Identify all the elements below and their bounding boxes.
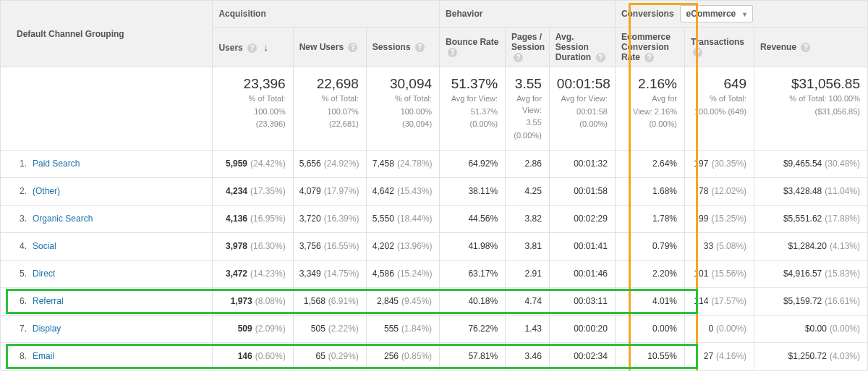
- row-new-users: 3,720(16.39%): [293, 205, 366, 232]
- row-bounce: 64.92%: [440, 150, 506, 177]
- row-bounce: 38.11%: [440, 177, 506, 205]
- row-ecr: 10.55%: [615, 342, 684, 370]
- row-ps: 3.82: [506, 205, 550, 232]
- row-channel: 1.Paid Search: [1, 150, 213, 177]
- row-sessions: 555(1.84%): [366, 315, 439, 342]
- row-new-users: 4,079(17.97%): [293, 177, 366, 205]
- row-dur: 00:02:29: [549, 205, 615, 232]
- channel-link[interactable]: Social: [33, 241, 56, 251]
- col-pages-session[interactable]: Pages / Session ?: [506, 28, 550, 67]
- table-row: 7.Display509(2.09%)505(2.22%)555(1.84%)7…: [1, 315, 868, 342]
- row-ps: 3.81: [506, 232, 550, 260]
- caret-down-icon: ▾: [743, 10, 746, 18]
- row-rev: $1,250.72(4.03%): [754, 342, 868, 370]
- channel-link[interactable]: Referral: [33, 296, 64, 306]
- row-channel: 2.(Other): [1, 177, 213, 205]
- row-users: 146(0.60%): [213, 342, 293, 370]
- row-bounce: 41.98%: [440, 232, 506, 260]
- row-channel: 5.Direct: [1, 260, 213, 287]
- row-dur: 00:00:20: [549, 315, 615, 342]
- total-ps: 3.55Avg for View:3.55(0.00%): [506, 67, 550, 151]
- row-dur: 00:03:11: [549, 287, 615, 315]
- row-new-users: 65(0.29%): [293, 342, 366, 370]
- total-users: 23,396% of Total:100.00%(23,396): [213, 67, 293, 151]
- help-icon[interactable]: ?: [693, 48, 702, 57]
- help-icon[interactable]: ?: [596, 53, 605, 62]
- total-bounce: 51.37%Avg for View:51.37%(0.00%): [440, 67, 506, 151]
- row-rev: $9,465.54(30.48%): [754, 150, 868, 177]
- channel-link[interactable]: Organic Search: [33, 214, 93, 224]
- total-sessions: 30,094% of Total:100.00%(30,094): [366, 67, 439, 151]
- help-icon[interactable]: ?: [247, 43, 257, 53]
- row-ps: 1.43: [506, 315, 550, 342]
- channel-link[interactable]: Direct: [33, 269, 55, 279]
- channel-link[interactable]: Paid Search: [33, 159, 80, 169]
- row-new-users: 1,568(6.91%): [293, 287, 366, 315]
- help-icon[interactable]: ?: [644, 53, 654, 62]
- channel-link[interactable]: (Other): [33, 186, 60, 196]
- help-icon[interactable]: ?: [348, 43, 357, 52]
- row-sessions: 5,550(18.44%): [366, 205, 439, 232]
- table-row: 4.Social3,978(16.30%)3,756(16.55%)4,202(…: [1, 232, 868, 260]
- header-conversions-label: Conversions: [621, 9, 674, 19]
- col-ps-label: Pages / Session: [511, 32, 545, 52]
- table-row: 3.Organic Search4,136(16.95%)3,720(16.39…: [1, 205, 868, 232]
- col-new-users-label: New Users: [299, 42, 344, 52]
- table-row: 8.Email146(0.60%)65(0.29%)256(0.85%)57.8…: [1, 342, 868, 370]
- help-icon[interactable]: ?: [801, 43, 810, 52]
- help-icon[interactable]: ?: [448, 48, 457, 57]
- header-conversions: Conversions eCommerce ▾: [615, 1, 867, 28]
- col-bounce-rate[interactable]: Bounce Rate ?: [440, 28, 506, 67]
- header-behavior: Behavior: [440, 1, 616, 28]
- row-rev: $5,159.72(16.61%): [754, 287, 868, 315]
- row-ps: 3.46: [506, 342, 550, 370]
- row-rev: $4,916.57(15.83%): [754, 260, 868, 287]
- row-dur: 00:01:58: [549, 177, 615, 205]
- row-tx: 78(12.02%): [684, 177, 754, 205]
- row-ecr: 1.68%: [615, 177, 684, 205]
- row-ecr: 0.79%: [615, 232, 684, 260]
- row-dur: 00:01:46: [549, 260, 615, 287]
- col-revenue[interactable]: Revenue ?: [754, 28, 868, 67]
- row-bounce: 44.56%: [440, 205, 506, 232]
- total-rev: $31,056.85% of Total: 100.00%($31,056.85…: [754, 67, 868, 151]
- row-bounce: 57.81%: [440, 342, 506, 370]
- row-tx: 27(4.16%): [684, 342, 754, 370]
- col-tx-label: Transactions: [691, 37, 744, 47]
- row-sessions: 7,458(24.78%): [366, 150, 439, 177]
- col-avg-session[interactable]: Avg. Session Duration ?: [549, 28, 615, 67]
- row-ps: 4.74: [506, 287, 550, 315]
- row-users: 4,234(17.35%): [213, 177, 293, 205]
- row-ps: 2.91: [506, 260, 550, 287]
- col-new-users[interactable]: New Users ?: [293, 28, 366, 67]
- col-transactions[interactable]: Transactions ?: [684, 28, 754, 67]
- row-channel: 4.Social: [1, 232, 213, 260]
- channel-link[interactable]: Email: [33, 351, 54, 361]
- conversions-select[interactable]: eCommerce ▾: [680, 5, 754, 22]
- col-users-label: Users: [218, 43, 242, 53]
- row-dur: 00:02:34: [549, 342, 615, 370]
- col-users[interactable]: Users ? ↓: [213, 28, 293, 67]
- row-rev: $5,551.62(17.88%): [754, 205, 868, 232]
- row-ecr: 2.64%: [615, 150, 684, 177]
- conversions-select-value: eCommerce: [686, 9, 736, 19]
- header-channel-grouping[interactable]: Default Channel Grouping: [1, 1, 213, 67]
- table-row: 1.Paid Search5,959(24.42%)5,656(24.92%)7…: [1, 150, 868, 177]
- row-bounce: 63.17%: [440, 260, 506, 287]
- row-tx: 197(30.35%): [684, 150, 754, 177]
- col-ecommerce-conversion[interactable]: Ecommerce Conversion Rate ?: [615, 28, 684, 67]
- row-users: 1,973(8.08%): [213, 287, 293, 315]
- help-icon[interactable]: ?: [514, 53, 523, 62]
- col-sessions[interactable]: Sessions ?: [366, 28, 439, 67]
- header-acquisition: Acquisition: [213, 1, 440, 28]
- col-rev-label: Revenue: [760, 42, 796, 52]
- col-bounce-label: Bounce Rate: [446, 37, 498, 47]
- row-rev: $3,428.48(11.04%): [754, 177, 868, 205]
- help-icon[interactable]: ?: [415, 43, 425, 52]
- row-sessions: 256(0.85%): [366, 342, 439, 370]
- channel-link[interactable]: Display: [33, 324, 61, 334]
- table-row: 5.Direct3,472(14.23%)3,349(14.75%)4,586(…: [1, 260, 868, 287]
- sort-down-icon: ↓: [263, 42, 268, 53]
- total-ecr: 2.16%Avg forView: 2.16%(0.00%): [615, 67, 684, 151]
- row-ecr: 1.78%: [615, 205, 684, 232]
